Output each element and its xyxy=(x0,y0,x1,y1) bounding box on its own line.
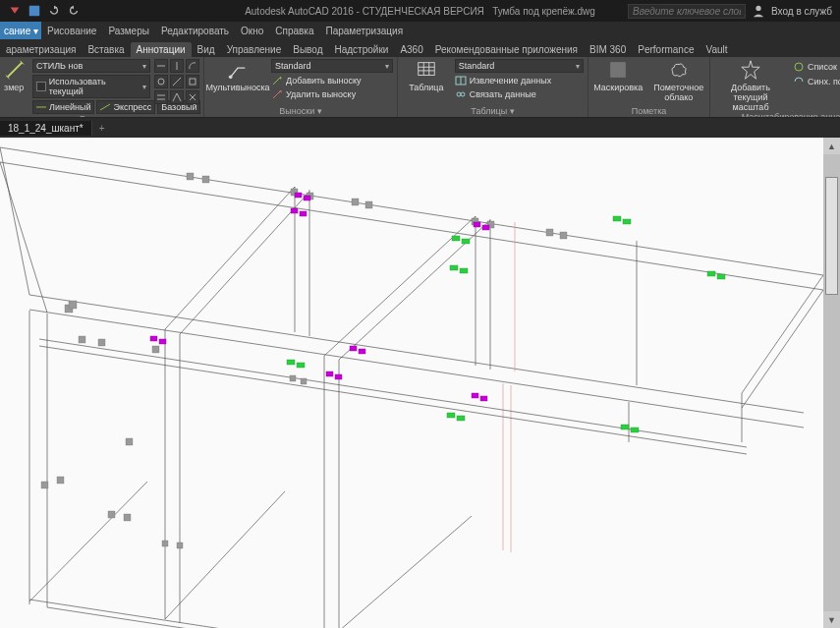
dim-tool-5[interactable] xyxy=(170,75,184,88)
svg-rect-80 xyxy=(352,199,359,205)
login-link[interactable]: Вход в служб xyxy=(771,6,832,17)
file-tabs: 18_1_24_шкант* + xyxy=(0,118,840,138)
add-leader-button[interactable]: +Добавить выноску xyxy=(271,75,393,86)
tab-a360[interactable]: A360 xyxy=(394,42,428,57)
dim-tool-8[interactable] xyxy=(170,90,184,104)
scale-list-button[interactable]: Список масштаб xyxy=(793,61,840,73)
tab-parametric[interactable]: араметризация xyxy=(0,42,82,57)
add-scale-button[interactable]: Добавить текущий масштаб xyxy=(714,59,787,112)
panel-leaders-title: Выноски ▾ xyxy=(208,106,393,117)
svg-line-39 xyxy=(742,290,823,408)
svg-rect-76 xyxy=(187,173,194,180)
svg-rect-88 xyxy=(108,511,115,518)
tab-featured[interactable]: Рекомендованные приложения xyxy=(429,42,584,57)
svg-rect-85 xyxy=(560,232,567,239)
svg-rect-120 xyxy=(335,374,342,379)
dim-style-combo[interactable]: СТИЛЬ нов▾ xyxy=(32,59,150,73)
svg-rect-113 xyxy=(474,222,480,227)
svg-line-47 xyxy=(0,147,29,295)
svg-marker-0 xyxy=(11,8,20,14)
use-current-check[interactable]: Использовать текущий▾ xyxy=(32,75,150,98)
menu-item-window[interactable]: Окно xyxy=(235,26,269,36)
file-tab-add[interactable]: + xyxy=(92,123,112,134)
tab-performance[interactable]: Performance xyxy=(632,42,700,57)
svg-rect-105 xyxy=(447,413,455,418)
menu-item-edit[interactable]: Редактировать xyxy=(155,26,235,36)
dim-tool-3[interactable] xyxy=(186,59,199,73)
svg-line-38 xyxy=(742,275,823,393)
table-style-combo[interactable]: Standard▾ xyxy=(455,59,584,73)
dim-linear-combo[interactable]: Линейный xyxy=(32,100,94,114)
svg-line-13 xyxy=(173,78,181,86)
redo-icon[interactable] xyxy=(67,4,81,18)
dim-tool-9[interactable] xyxy=(186,90,199,104)
file-tab-active[interactable]: 18_1_24_шкант* xyxy=(0,121,92,136)
svg-line-41 xyxy=(29,295,804,413)
tab-output[interactable]: Вывод xyxy=(287,42,328,57)
svg-rect-14 xyxy=(190,79,196,85)
mask-button[interactable]: Маскировка xyxy=(592,59,644,92)
remove-leader-button[interactable]: ×Удалить выноску xyxy=(271,88,393,100)
revision-cloud-button[interactable]: Пометочное облако xyxy=(652,59,705,102)
tab-manage[interactable]: Управление xyxy=(221,42,288,57)
wireframe-drawing xyxy=(0,138,823,628)
tab-insert[interactable]: Вставка xyxy=(82,42,130,57)
dim-tool-7[interactable] xyxy=(154,90,168,104)
vertical-scrollbar[interactable]: ▲ ▼ xyxy=(823,138,840,628)
svg-rect-33 xyxy=(611,63,626,78)
svg-line-36 xyxy=(0,162,823,290)
scroll-up-arrow[interactable]: ▲ xyxy=(823,138,840,154)
sync-positions-button[interactable]: Синх. положени xyxy=(793,76,840,87)
tab-view[interactable]: Вид xyxy=(192,42,221,57)
undo-icon[interactable] xyxy=(47,4,61,18)
dim-tool-4[interactable] xyxy=(154,75,168,88)
app-menu-icon[interactable] xyxy=(8,4,22,18)
tab-annotations[interactable]: Аннотации xyxy=(131,42,192,57)
table-button[interactable]: Таблица xyxy=(402,59,451,92)
svg-rect-114 xyxy=(482,225,489,230)
svg-rect-74 xyxy=(98,339,105,346)
menu-item-draw[interactable]: Рисование xyxy=(41,26,102,36)
menu-item-parametric[interactable]: Параметризация xyxy=(320,26,410,36)
menu-item-help[interactable]: Справка xyxy=(269,26,319,36)
dimension-icon[interactable] xyxy=(4,59,26,81)
user-icon[interactable] xyxy=(752,4,765,18)
ribbon-tabs: араметризация Вставка Аннотации Вид Упра… xyxy=(0,39,840,57)
dim-express-combo[interactable]: Экспресс xyxy=(96,100,155,114)
svg-rect-94 xyxy=(301,378,307,384)
svg-rect-73 xyxy=(79,336,85,343)
svg-rect-24 xyxy=(419,63,435,76)
svg-point-12 xyxy=(158,79,164,85)
scroll-thumb[interactable] xyxy=(825,177,838,295)
ribbon: змер СТИЛЬ нов▾ Использовать текущий▾ Ли… xyxy=(0,57,840,118)
svg-rect-96 xyxy=(462,239,470,244)
dim-tool-2[interactable] xyxy=(170,59,184,73)
svg-marker-34 xyxy=(742,61,759,79)
link-data-button[interactable]: Связать данные xyxy=(455,88,584,100)
dim-tool-1[interactable] xyxy=(154,59,168,73)
tab-vault[interactable]: Vault xyxy=(700,42,734,57)
svg-rect-77 xyxy=(202,176,209,183)
tab-bim360[interactable]: BIM 360 xyxy=(584,42,632,57)
svg-line-48 xyxy=(0,162,47,313)
dim-tool-6[interactable] xyxy=(186,75,199,88)
menu-item-truncated[interactable]: сание ▾ xyxy=(0,22,41,39)
svg-line-37 xyxy=(0,147,823,275)
svg-rect-1 xyxy=(29,6,40,17)
svg-point-19 xyxy=(229,76,233,80)
help-search-input[interactable] xyxy=(628,4,746,19)
tab-addins[interactable]: Надстройки xyxy=(329,42,395,57)
svg-line-9 xyxy=(100,104,110,110)
svg-rect-110 xyxy=(304,196,310,200)
menu-item-dimensions[interactable]: Размеры xyxy=(102,26,155,36)
svg-rect-99 xyxy=(613,216,621,221)
panel-tables-title: Таблицы ▾ xyxy=(402,106,584,117)
save-icon[interactable] xyxy=(28,4,41,18)
svg-rect-107 xyxy=(621,425,629,429)
svg-rect-95 xyxy=(452,236,460,241)
leader-style-combo[interactable]: Standard▾ xyxy=(271,59,393,73)
multileader-button[interactable]: Мультивыноска xyxy=(208,59,267,92)
scroll-down-arrow[interactable]: ▼ xyxy=(823,611,840,628)
drawing-canvas[interactable]: ▲ ▼ xyxy=(0,138,840,628)
extract-data-button[interactable]: Извлечение данных xyxy=(455,75,584,86)
